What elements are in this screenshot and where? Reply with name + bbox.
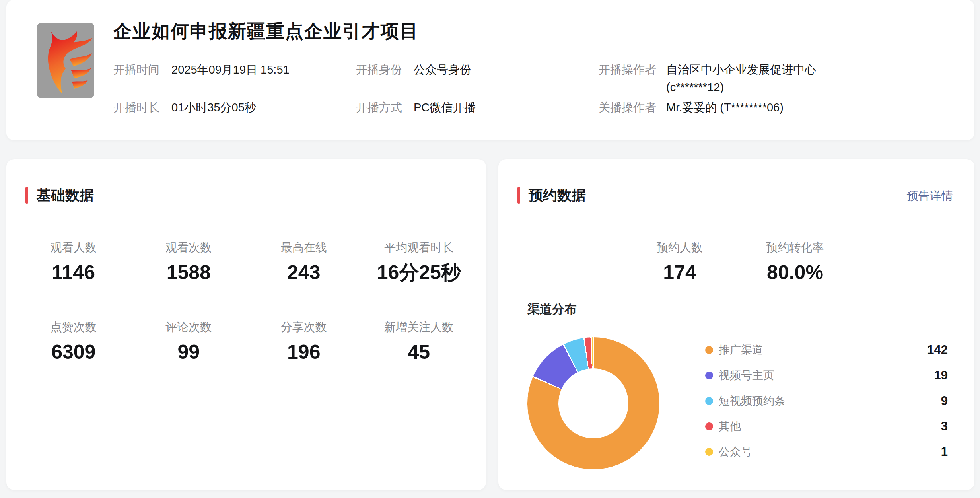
field-label-end-operator: 关播操作者 (599, 99, 656, 116)
field-label-start-operator: 开播操作者 (599, 61, 656, 78)
operator-id: (c*******12) (666, 78, 816, 96)
field-value-start-time: 2025年09月19日 15:51 (171, 61, 290, 78)
stat-views: 观看次数 1588 (131, 239, 247, 284)
field-value-method: PC微信开播 (414, 99, 476, 116)
section-accent-bar (25, 187, 28, 204)
stat-peak-online: 最高在线 243 (246, 239, 362, 284)
basic-data-title: 基础数据 (37, 185, 94, 205)
field-value-start-operator: 自治区中小企业发展促进中心 (c*******12) (666, 61, 816, 96)
stat-viewers: 观看人数 1146 (16, 239, 131, 284)
channel-donut-chart (527, 337, 659, 469)
stat-reservation-conversion: 预约转化率 80.0% (747, 239, 843, 284)
reservation-data-card: 预约数据 预告详情 预约人数 174 预约转化率 80.0% 渠道分布 推广渠道… (498, 159, 974, 490)
phoenix-flame-icon (37, 23, 94, 98)
legend-item-short-video-bar: 短视频预约条 9 (705, 388, 948, 414)
section-accent-bar (517, 187, 520, 204)
reservation-data-title: 预约数据 (529, 185, 586, 205)
stat-reservation-count: 预约人数 174 (632, 239, 727, 284)
donut-hole (558, 368, 628, 438)
basic-stats-row-1: 观看人数 1146 观看次数 1588 最高在线 243 平均观看时长 16分2… (16, 239, 476, 284)
legend-dot-icon (705, 397, 713, 405)
stat-likes: 点赞次数 6309 (16, 318, 131, 363)
legend-item-other: 其他 3 (705, 414, 948, 439)
field-value-duration: 01小时35分05秒 (171, 99, 256, 116)
phoenix-logo (37, 23, 94, 98)
operator-name: 自治区中小企业发展促进中心 (666, 61, 816, 78)
legend-dot-icon (705, 346, 713, 354)
legend-item-official-account: 公众号 1 (705, 439, 948, 465)
channel-legend: 推广渠道 142 视频号主页 19 短视频预约条 9 其他 3 公众号 1 (705, 337, 948, 465)
field-label-duration: 开播时长 (113, 99, 159, 116)
field-value-identity: 公众号身份 (414, 61, 471, 78)
field-label-method: 开播方式 (356, 99, 402, 116)
stat-new-followers: 新增关注人数 45 (362, 318, 477, 363)
legend-item-channels-home: 视频号主页 19 (705, 363, 948, 388)
legend-dot-icon (705, 448, 713, 456)
field-label-identity: 开播身份 (356, 61, 402, 78)
legend-item-promo-channel: 推广渠道 142 (705, 337, 948, 363)
stat-shares: 分享次数 196 (246, 318, 362, 363)
channel-distribution-title: 渠道分布 (527, 301, 577, 318)
page-title: 企业如何申报新疆重点企业引才项目 (113, 19, 419, 43)
basic-stats-row-2: 点赞次数 6309 评论次数 99 分享次数 196 新增关注人数 45 (16, 318, 476, 363)
live-stream-stats-page: { "theme":{ "page_bg":"#f4f5f6", "card_b… (0, 0, 980, 498)
basic-data-card: 基础数据 观看人数 1146 观看次数 1588 最高在线 243 平均观看时长… (6, 159, 486, 490)
preview-detail-link[interactable]: 预告详情 (907, 188, 953, 204)
legend-dot-icon (705, 372, 713, 379)
stat-avg-watch-time: 平均观看时长 16分25秒 (362, 239, 477, 284)
field-label-start-time: 开播时间 (113, 61, 159, 78)
stat-comments: 评论次数 99 (131, 318, 247, 363)
field-value-end-operator: Mr.妥妥的 (T********06) (666, 99, 784, 116)
legend-dot-icon (705, 422, 713, 430)
stream-info-card: 企业如何申报新疆重点企业引才项目 开播时间 2025年09月19日 15:51 … (6, 0, 974, 140)
